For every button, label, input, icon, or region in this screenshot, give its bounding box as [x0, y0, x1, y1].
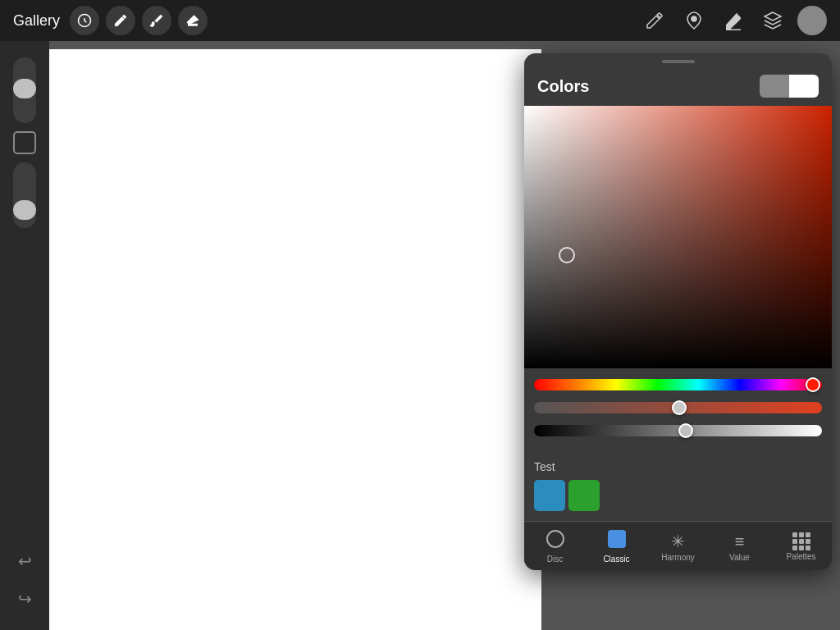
brush-size-thumb[interactable]: [13, 79, 36, 98]
layers-icon[interactable]: [758, 6, 788, 35]
sidebar-bottom: ↩ ↪: [10, 546, 39, 630]
disc-tab-label: Disc: [547, 555, 563, 564]
previous-color-swatch[interactable]: [760, 75, 789, 98]
brush-size-slider[interactable]: [13, 57, 36, 123]
color-mode-tabs: Disc Classic ✳ Harmony ≡ Value Palet: [524, 521, 832, 570]
swatch-blue[interactable]: [534, 480, 565, 511]
avatar[interactable]: [797, 6, 827, 35]
value-tab[interactable]: ≡ Value: [709, 522, 770, 570]
current-color-swatch[interactable]: [789, 75, 819, 98]
svg-point-2: [692, 16, 696, 21]
harmony-tab[interactable]: ✳ Harmony: [647, 522, 709, 570]
classic-tab[interactable]: Classic: [586, 522, 647, 570]
value-slider-thumb[interactable]: [678, 423, 693, 438]
svg-marker-0: [187, 15, 199, 25]
harmony-tab-icon: ✳: [671, 532, 685, 551]
classic-icon: [608, 530, 626, 548]
brush-tool-button[interactable]: [106, 6, 135, 35]
harmony-tab-label: Harmony: [661, 553, 695, 562]
left-sidebar: ↩ ↪: [0, 41, 49, 630]
value-slider-track[interactable]: [534, 425, 822, 436]
sliders-section: [524, 368, 832, 454]
opacity-slider-row: [534, 399, 822, 416]
eraser-right-icon[interactable]: [719, 6, 748, 35]
value-tab-icon: ≡: [735, 532, 745, 551]
disc-tab-icon: [546, 530, 564, 553]
hue-slider-track[interactable]: [534, 379, 822, 390]
shape-selector[interactable]: [13, 131, 36, 154]
colors-panel: Colors Test: [524, 53, 832, 570]
palettes-icon: [792, 532, 810, 550]
top-toolbar: Gallery: [0, 0, 840, 41]
palettes-tab[interactable]: Palettes: [770, 522, 832, 570]
opacity-slider-track[interactable]: [534, 402, 822, 413]
palette-swatches: [534, 480, 822, 511]
eraser-tool-button[interactable]: [178, 6, 208, 35]
colors-header: Colors: [524, 63, 832, 106]
value-tab-label: Value: [729, 553, 750, 562]
smudge-tool-button[interactable]: [142, 6, 171, 35]
hue-slider-thumb[interactable]: [806, 377, 820, 392]
undo-button[interactable]: ↩: [10, 546, 39, 576]
redo-button[interactable]: ↪: [10, 584, 39, 614]
opacity-sidebar-slider[interactable]: [13, 162, 36, 228]
palettes-tab-label: Palettes: [786, 552, 815, 561]
value-slider-row: [534, 422, 822, 439]
classic-tab-icon: [608, 530, 626, 553]
toolbar-right: [640, 6, 827, 35]
opacity-slider-thumb[interactable]: [672, 400, 687, 415]
palette-section: Test: [524, 454, 832, 521]
palette-label: Test: [534, 460, 822, 473]
modify-tool-button[interactable]: [70, 6, 99, 35]
hue-slider-row: [534, 377, 822, 393]
marker-icon[interactable]: [679, 6, 709, 35]
disc-icon: [546, 530, 564, 548]
pen-icon[interactable]: [640, 6, 669, 35]
opacity-sidebar-thumb[interactable]: [13, 200, 36, 220]
canvas-paper[interactable]: [49, 49, 541, 630]
picker-cursor[interactable]: [559, 247, 575, 263]
disc-tab[interactable]: Disc: [524, 522, 586, 570]
classic-tab-label: Classic: [603, 555, 629, 564]
palettes-tab-icon: [792, 532, 810, 550]
color-picker-gradient[interactable]: [524, 106, 832, 368]
gallery-button[interactable]: Gallery: [13, 12, 60, 30]
swatch-green[interactable]: [568, 480, 600, 511]
gradient-background: [524, 106, 832, 368]
svg-rect-1: [188, 24, 198, 26]
colors-title: Colors: [537, 77, 760, 96]
